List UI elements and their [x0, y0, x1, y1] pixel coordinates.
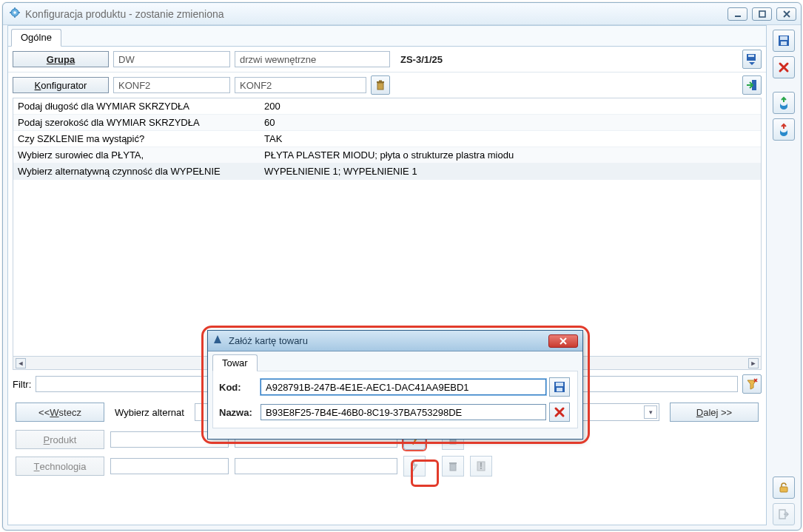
grid-prompt: Czy SZKLENIE ma wystąpić? [13, 133, 261, 144]
svg-rect-10 [781, 41, 787, 45]
minimize-button[interactable] [728, 7, 747, 21]
kod-label: Kod: [219, 382, 261, 393]
content-panel: Ogólne Grupa DW drzwi wewnętrzne ZS-3/1/… [7, 25, 767, 525]
svg-rect-21 [450, 464, 456, 471]
create-item-dialog: Załóż kartę towaru Towar Kod: Nazwa: [207, 330, 583, 440]
kod-input[interactable] [261, 379, 546, 395]
dialog-tab-towar[interactable]: Towar [212, 354, 258, 371]
svg-rect-14 [748, 55, 754, 57]
nav-prompt: Wybierz alternat [115, 407, 184, 418]
svg-rect-27 [557, 388, 562, 391]
tech-info-button[interactable]: ! [470, 456, 492, 477]
maximize-button[interactable] [752, 7, 772, 21]
dialog-title: Załóż kartę towaru [229, 335, 542, 346]
filter-clear-button[interactable] [742, 374, 762, 394]
svg-rect-17 [379, 81, 382, 82]
main-window: Konfiguracja produktu - zostanie zmienio… [2, 2, 802, 531]
group-button[interactable]: Grupa [13, 51, 109, 67]
titlebar: Konfiguracja produktu - zostanie zmienio… [3, 3, 801, 25]
svg-text:!: ! [480, 460, 483, 471]
right-toolbar [771, 30, 796, 141]
grid-value: PŁYTA PLASTER MIODU; płyta o strukturze … [261, 149, 761, 161]
tech-code-field[interactable] [110, 458, 229, 474]
tech-generate-button[interactable] [403, 456, 426, 477]
window-title: Konfiguracja produktu - zostanie zmienio… [25, 8, 723, 20]
import-button[interactable] [773, 92, 795, 114]
app-icon [9, 7, 21, 21]
scroll-right-icon[interactable]: ► [748, 358, 759, 368]
svg-rect-26 [556, 383, 563, 386]
tech-trash-button[interactable] [442, 456, 464, 477]
close-button[interactable] [776, 7, 796, 21]
svg-rect-15 [377, 83, 383, 90]
konfig-name-field[interactable]: KONF2 [235, 77, 366, 93]
technology-button[interactable]: Technologia [16, 457, 104, 476]
grid-value: TAK [261, 133, 761, 144]
grid-row[interactable]: Wybierz alternatywną czynność dla WYPEŁN… [13, 164, 761, 180]
dialog-app-icon [212, 334, 223, 347]
tab-general[interactable]: Ogólne [11, 29, 61, 47]
konfig-code-field[interactable]: KONF2 [113, 77, 230, 93]
group-name-field[interactable]: drzwi wewnętrzne [235, 51, 390, 67]
konfig-trash-button[interactable] [371, 75, 390, 95]
nazwa-input[interactable] [261, 404, 546, 420]
konfig-row: Konfigurator KONF2 KONF2 [8, 72, 766, 98]
grid-prompt: Podaj długość dla WYMIAR SKRZYDŁA [13, 101, 261, 112]
doc-number: ZS-3/1/25 [394, 54, 443, 65]
dialog-form: Kod: Nazwa: [212, 371, 578, 428]
product-button[interactable]: Produkt [16, 430, 104, 449]
filter-label: Filtr: [13, 379, 31, 390]
right-toolbar-bottom [771, 477, 796, 525]
svg-point-1 [13, 11, 16, 14]
grid-row[interactable]: Podaj szerokość dla WYMIAR SKRZYDŁA60 [13, 115, 761, 131]
dialog-cancel-button[interactable] [549, 403, 570, 422]
svg-rect-7 [759, 11, 765, 17]
svg-rect-11 [780, 487, 787, 492]
grid-row[interactable]: Podaj długość dla WYMIAR SKRZYDŁA200 [13, 98, 761, 115]
tab-row: Ogólne [8, 26, 766, 47]
nazwa-label: Nazwa: [219, 407, 261, 418]
exit-button[interactable] [773, 503, 795, 525]
dialog-titlebar: Załóż kartę towaru [208, 331, 582, 351]
konfigurator-button[interactable]: Konfigurator [13, 77, 109, 93]
dialog-body: Towar Kod: Nazwa: [208, 351, 582, 431]
dialog-save-button[interactable] [549, 377, 570, 397]
tech-row: Technologia ! [8, 453, 766, 479]
config-grid[interactable]: Podaj długość dla WYMIAR SKRZYDŁA200 Pod… [13, 98, 762, 357]
grid-value: WYPEŁNIENIE 1; WYPEŁNIENIE 1 [261, 166, 761, 177]
chevron-down-icon[interactable]: ▾ [644, 405, 657, 419]
scroll-left-icon[interactable]: ◄ [16, 358, 26, 368]
next-button[interactable]: Dalej >> [670, 403, 759, 422]
grid-prompt: Wybierz surowiec dla PŁYTA, [13, 149, 261, 161]
apply-button[interactable] [742, 75, 762, 95]
grid-row[interactable]: Czy SZKLENIE ma wystąpić?TAK [13, 131, 761, 147]
grid-value: 200 [261, 101, 761, 112]
unlock-button[interactable] [773, 477, 795, 499]
export-button[interactable] [773, 118, 795, 141]
grid-row[interactable]: Wybierz surowiec dla PŁYTA,PŁYTA PLASTER… [13, 147, 761, 164]
group-code-field[interactable]: DW [113, 51, 230, 67]
svg-rect-22 [449, 462, 457, 464]
grid-prompt: Podaj szerokość dla WYMIAR SKRZYDŁA [13, 117, 261, 128]
dropdown-button[interactable] [742, 50, 762, 69]
save-button[interactable] [773, 30, 795, 52]
dialog-close-button[interactable] [548, 334, 578, 348]
grid-prompt: Wybierz alternatywną czynność dla WYPEŁN… [13, 166, 261, 177]
delete-button[interactable] [773, 56, 795, 78]
svg-rect-16 [377, 81, 384, 83]
group-row: Grupa DW drzwi wewnętrzne ZS-3/1/25 [8, 47, 766, 72]
grid-value: 60 [261, 117, 761, 128]
back-button[interactable]: << Wstecz [16, 403, 104, 422]
svg-rect-9 [780, 36, 787, 40]
tech-name-field[interactable] [235, 458, 397, 474]
svg-rect-6 [735, 16, 741, 17]
